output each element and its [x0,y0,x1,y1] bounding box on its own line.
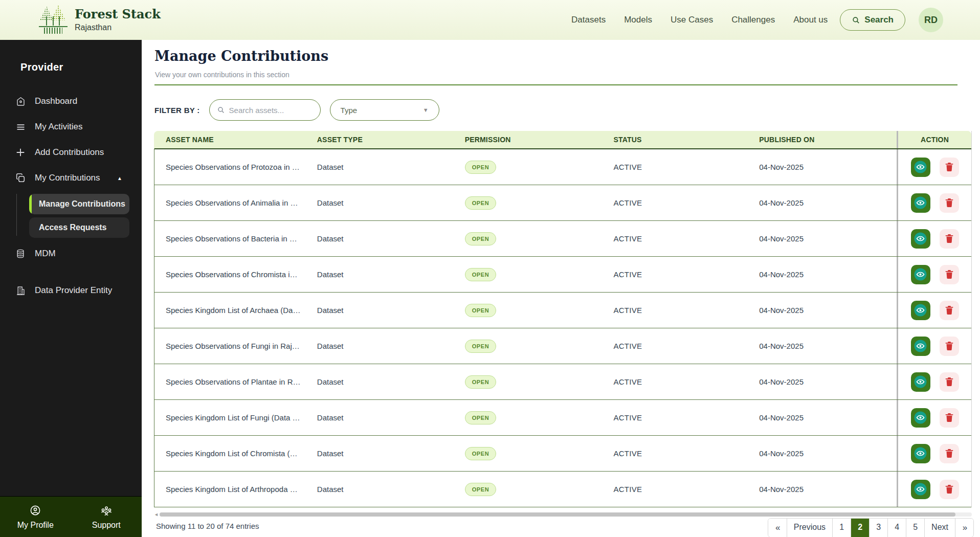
sidebar-item-my-activities[interactable]: My Activities [0,114,142,140]
table-row: Species Observations of Bacteria in … Da… [154,221,971,257]
view-button[interactable] [911,229,930,249]
indent-guide [16,194,17,236]
permission-cell: OPEN [465,232,614,245]
first-page-button[interactable]: « [768,519,787,537]
permission-cell: OPEN [465,340,614,353]
delete-button[interactable] [940,265,959,284]
sidebar: Provider Dashboard My Activities Add Con… [0,40,142,537]
delete-button[interactable] [940,444,959,463]
table-row: Species Kingdom List of Chromista (… Dat… [154,436,971,472]
last-page-button[interactable]: » [955,519,973,537]
action-cell [897,221,971,256]
page-button-3[interactable]: 3 [869,519,887,537]
permission-badge: OPEN [465,232,497,245]
table-row: Species Kingdom List of Fungi (Data … Da… [154,400,971,436]
nav-about-us[interactable]: About us [793,15,828,25]
view-button[interactable] [911,265,930,284]
table-row: Species Observations of Chromista i… Dat… [154,257,971,293]
action-cell [897,364,971,399]
my-profile-button[interactable]: My Profile [0,504,71,530]
status-cell: ACTIVE [613,342,759,350]
delete-button[interactable] [940,337,959,356]
nav-challenges[interactable]: Challenges [731,15,775,25]
delete-button[interactable] [940,229,959,249]
view-button[interactable] [911,158,930,177]
action-cell [897,472,971,507]
status-cell: ACTIVE [613,377,759,386]
view-button[interactable] [911,480,930,499]
table-row: Species Observations of Plantae in R… Da… [154,364,971,400]
view-button[interactable] [911,301,930,320]
col-permission: PERMISSION [465,136,614,144]
delete-button[interactable] [940,480,959,499]
asset-name-cell: Species Kingdom List of Arthropoda … [154,485,317,494]
action-cell [897,400,971,435]
delete-button[interactable] [940,301,959,320]
asset-type-cell: Dataset [317,485,465,494]
sidebar-item-mdm[interactable]: MDM [0,241,142,266]
view-button[interactable] [911,193,930,213]
page-button-1[interactable]: 1 [832,519,851,537]
asset-name-cell: Species Kingdom List of Archaea (Da… [154,306,317,315]
permission-cell: OPEN [465,304,614,317]
type-dropdown[interactable]: Type ▼ [330,99,439,121]
nav-datasets[interactable]: Datasets [571,15,606,25]
permission-cell: OPEN [465,268,614,281]
sidebar-item-add-contributions[interactable]: Add Contributions [0,140,142,165]
search-button[interactable]: Search [840,9,905,31]
view-button[interactable] [911,444,930,463]
sidebar-item-my-contributions[interactable]: My Contributions ▲ [0,165,142,191]
main-content: Manage Contributions View your own contr… [142,40,980,537]
nav-models[interactable]: Models [624,15,652,25]
delete-button[interactable] [940,372,959,392]
asset-type-cell: Dataset [317,306,465,315]
sidebar-footer: My Profile Support [0,496,142,537]
next-page-button[interactable]: Next [924,519,955,537]
asset-name-cell: Species Kingdom List of Chromista (… [154,449,317,458]
sidebar-item-access-requests[interactable]: Access Requests [29,217,129,238]
asset-name-cell: Species Observations of Bacteria in … [154,234,317,243]
logo[interactable]: Forest Stack Rajasthan [39,5,161,35]
page-button-2[interactable]: 2 [851,519,869,537]
table-row: Species Observations of Protozoa in … Da… [154,149,971,185]
support-button[interactable]: Support [71,504,142,530]
search-icon [217,106,225,114]
search-input[interactable] [229,106,306,115]
view-button[interactable] [911,372,930,392]
page-button-5[interactable]: 5 [906,519,924,537]
status-cell: ACTIVE [613,198,759,207]
permission-cell: OPEN [465,375,614,389]
view-button[interactable] [911,408,930,428]
asset-name-cell: Species Kingdom List of Fungi (Data … [154,413,317,422]
published-on-cell: 04-Nov-2025 [759,413,897,422]
delete-button[interactable] [940,408,959,428]
action-cell [897,149,971,185]
my-contributions-submenu: Manage Contributions Access Requests [0,194,142,238]
page-button-4[interactable]: 4 [887,519,906,537]
chevron-up-icon[interactable]: ▲ [117,175,122,181]
published-on-cell: 04-Nov-2025 [759,163,897,171]
sidebar-item-dashboard[interactable]: Dashboard [0,88,142,114]
permission-badge: OPEN [465,196,497,210]
support-group-icon [100,504,113,519]
previous-page-button[interactable]: Previous [787,519,832,537]
delete-button[interactable] [940,158,959,177]
asset-search-field[interactable] [209,99,321,121]
view-button[interactable] [911,337,930,356]
sidebar-item-manage-contributions[interactable]: Manage Contributions [29,194,129,214]
table-row: Species Observations of Fungi in Raj… Da… [154,328,971,364]
plus-icon [15,147,26,158]
delete-button[interactable] [940,193,959,213]
asset-type-cell: Dataset [317,163,465,171]
published-on-cell: 04-Nov-2025 [759,198,897,207]
nav-use-cases[interactable]: Use Cases [671,15,713,25]
permission-badge: OPEN [465,447,497,460]
status-cell: ACTIVE [613,413,759,422]
asset-name-cell: Species Observations of Animalia in … [154,198,317,207]
status-cell: ACTIVE [613,306,759,315]
col-published-on: PUBLISHED ON [759,136,897,144]
action-cell [897,436,971,471]
sidebar-item-data-provider-entity[interactable]: Data Provider Entity [0,278,142,303]
user-avatar[interactable]: RD [919,8,943,32]
chevron-down-icon: ▼ [423,107,429,113]
